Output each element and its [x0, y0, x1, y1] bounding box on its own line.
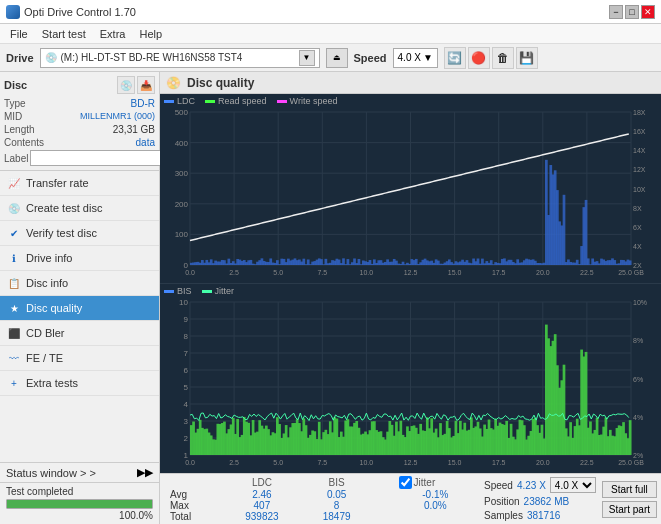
ldc-legend-label: LDC: [177, 96, 195, 106]
nav-verify-test-disc[interactable]: ✔ Verify test disc: [0, 221, 159, 246]
chart-bottom-svg: 109876543210.02.55.07.510.012.515.017.52…: [160, 298, 661, 471]
svg-rect-95: [302, 259, 305, 265]
eject-button[interactable]: ⏏: [326, 48, 348, 68]
svg-rect-180: [490, 260, 493, 265]
svg-text:2.5: 2.5: [229, 269, 239, 276]
svg-text:25.0 GB: 25.0 GB: [618, 459, 644, 466]
start-part-button[interactable]: Start part: [602, 501, 657, 518]
speed-select-small[interactable]: 4.0 X: [550, 477, 596, 493]
nav-disc-quality[interactable]: ★ Disc quality: [0, 296, 159, 321]
nav-cd-bler[interactable]: ⬛ CD Bler: [0, 321, 159, 346]
svg-text:6%: 6%: [633, 376, 643, 383]
status-window-btn[interactable]: Status window > > ▶▶: [0, 463, 159, 483]
svg-rect-120: [358, 259, 361, 265]
contents-value: data: [136, 137, 155, 148]
status-bar: Status window > > ▶▶ Test completed 100.…: [0, 462, 159, 524]
svg-rect-491: [629, 420, 632, 455]
burn-button[interactable]: 🔴: [468, 47, 490, 69]
read-legend-label: Read speed: [218, 96, 267, 106]
chart-top: LDC Read speed Write speed 5004003002001…: [160, 94, 661, 284]
verify-test-disc-icon: ✔: [6, 225, 22, 241]
stats-area: LDC BIS Jitter Avg: [160, 473, 661, 524]
avg-bis: 0.05: [302, 489, 372, 500]
svg-text:500: 500: [175, 108, 189, 117]
position-value: 23862 MB: [524, 496, 570, 507]
erase-button[interactable]: 🗑: [492, 47, 514, 69]
bis-legend: BIS: [164, 286, 192, 296]
svg-text:25.0 GB: 25.0 GB: [618, 269, 644, 276]
titlebar: Opti Drive Control 1.70 − □ ✕: [0, 0, 661, 24]
start-full-button[interactable]: Start full: [602, 481, 657, 498]
svg-text:17.5: 17.5: [492, 269, 506, 276]
charts-container: LDC Read speed Write speed 5004003002001…: [160, 94, 661, 473]
speed-avg-label: Speed: [484, 480, 513, 491]
disc-quality-header-icon: 📀: [166, 76, 181, 90]
total-ldc: 939823: [222, 511, 302, 522]
svg-text:8%: 8%: [633, 337, 643, 344]
svg-text:20.0: 20.0: [536, 269, 550, 276]
length-value: 23,31 GB: [113, 124, 155, 135]
svg-text:10%: 10%: [633, 299, 647, 306]
disc-quality-icon: ★: [6, 300, 22, 316]
menu-help[interactable]: Help: [133, 26, 168, 42]
drivebar: Drive 💿 (M:) HL-DT-ST BD-RE WH16NS58 TST…: [0, 44, 661, 72]
svg-rect-103: [320, 259, 323, 265]
svg-text:5.0: 5.0: [273, 269, 283, 276]
nav-extra-tests[interactable]: + Extra tests: [0, 371, 159, 396]
position-row: Position 23862 MB: [484, 496, 596, 507]
ldc-legend: LDC: [164, 96, 195, 106]
svg-rect-223: [585, 200, 588, 265]
drive-select[interactable]: 💿 (M:) HL-DT-ST BD-RE WH16NS58 TST4 ▼: [40, 48, 320, 68]
status-completed: Test completed 100.0%: [0, 483, 159, 524]
nav-fe-te[interactable]: 〰 FE / TE: [0, 346, 159, 371]
disc-icon-1[interactable]: 💿: [117, 76, 135, 94]
speed-select[interactable]: 4.0 X ▼: [393, 48, 438, 68]
close-button[interactable]: ✕: [641, 5, 655, 19]
save-button[interactable]: 💾: [516, 47, 538, 69]
svg-text:12.5: 12.5: [404, 269, 418, 276]
minimize-button[interactable]: −: [609, 5, 623, 19]
nav-disc-info[interactable]: 📋 Disc info: [0, 271, 159, 296]
refresh-button[interactable]: 🔄: [444, 47, 466, 69]
progress-bar-container: [6, 499, 153, 509]
jitter-checkbox[interactable]: [399, 476, 412, 489]
svg-text:17.5: 17.5: [492, 459, 506, 466]
nav-verify-test-disc-label: Verify test disc: [26, 227, 97, 239]
samples-value: 381716: [527, 510, 560, 521]
nav-cd-bler-label: CD Bler: [26, 327, 65, 339]
speed-label: Speed: [354, 52, 387, 64]
svg-text:2: 2: [184, 434, 189, 443]
svg-text:300: 300: [175, 169, 189, 178]
disc-icon-2[interactable]: 📥: [137, 76, 155, 94]
label-input[interactable]: [30, 150, 163, 166]
window-controls: − □ ✕: [609, 5, 655, 19]
svg-text:15.0: 15.0: [448, 269, 462, 276]
bis-legend-label: BIS: [177, 286, 192, 296]
menu-start-test[interactable]: Start test: [36, 26, 92, 42]
svg-text:2X: 2X: [633, 262, 642, 269]
svg-text:10.0: 10.0: [360, 269, 374, 276]
nav-extra-tests-label: Extra tests: [26, 377, 78, 389]
disc-panel: Disc 💿 📥 Type BD-R MID MILLENMR1 (000) L…: [0, 72, 159, 171]
disc-info-icon: 📋: [6, 275, 22, 291]
menu-extra[interactable]: Extra: [94, 26, 132, 42]
drive-info-icon: ℹ: [6, 250, 22, 266]
svg-text:15.0: 15.0: [448, 459, 462, 466]
total-label: Total: [164, 511, 222, 522]
svg-rect-113: [342, 258, 345, 265]
svg-text:10: 10: [179, 298, 188, 307]
nav-transfer-rate-label: Transfer rate: [26, 177, 89, 189]
svg-text:2.5: 2.5: [229, 459, 239, 466]
svg-text:4X: 4X: [633, 243, 642, 250]
fe-te-icon: 〰: [6, 350, 22, 366]
nav-transfer-rate[interactable]: 📈 Transfer rate: [0, 171, 159, 196]
nav-create-test-disc[interactable]: 💿 Create test disc: [0, 196, 159, 221]
svg-text:7: 7: [184, 349, 189, 358]
maximize-button[interactable]: □: [625, 5, 639, 19]
nav-drive-info[interactable]: ℹ Drive info: [0, 246, 159, 271]
mid-value: MILLENMR1 (000): [80, 111, 155, 122]
svg-rect-115: [347, 259, 350, 265]
drive-dropdown-btn[interactable]: ▼: [299, 50, 315, 66]
svg-text:8: 8: [184, 332, 189, 341]
menu-file[interactable]: File: [4, 26, 34, 42]
